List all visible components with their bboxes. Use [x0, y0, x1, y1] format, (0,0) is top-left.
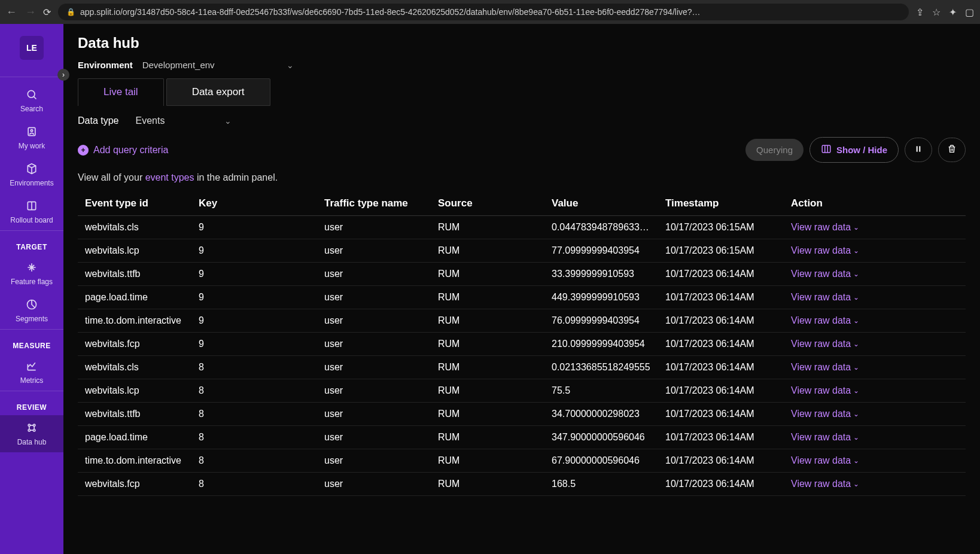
action-label: View raw data — [791, 362, 851, 373]
view-raw-data-link[interactable]: View raw data ⌄ — [791, 362, 958, 373]
table-row: time.to.dom.interactive 8 user RUM 67.90… — [78, 449, 966, 473]
cell-traffic: user — [324, 292, 438, 303]
cell-value: 75.5 — [552, 385, 665, 396]
sidebar-item-label: Feature flags — [11, 278, 53, 286]
cell-key: 9 — [199, 292, 324, 303]
view-raw-data-link[interactable]: View raw data ⌄ — [791, 409, 958, 419]
tab-live-tail[interactable]: Live tail — [78, 78, 164, 106]
pause-button[interactable] — [905, 138, 932, 162]
event-types-link[interactable]: event types — [145, 172, 194, 182]
view-raw-data-link[interactable]: View raw data ⌄ — [791, 269, 958, 279]
pie-icon — [25, 298, 38, 311]
cell-timestamp: 10/17/2023 06:14AM — [665, 432, 791, 443]
star-icon[interactable]: ☆ — [932, 7, 941, 18]
view-raw-data-link[interactable]: View raw data ⌄ — [791, 245, 958, 256]
forward-button[interactable]: → — [25, 6, 36, 19]
environment-label: Environment — [78, 60, 133, 70]
back-button[interactable]: ← — [6, 6, 17, 19]
sidebar-item-flags[interactable]: Feature flags — [0, 255, 63, 292]
view-raw-data-link[interactable]: View raw data ⌄ — [791, 385, 958, 396]
extension-icon[interactable]: ✦ — [949, 7, 957, 18]
sidebar-item-rollout[interactable]: Rollout board — [0, 193, 63, 230]
view-raw-data-link[interactable]: View raw data ⌄ — [791, 222, 958, 233]
cell-value: 449.3999999910593 — [552, 292, 665, 303]
cell-traffic: user — [324, 245, 438, 256]
divider — [0, 329, 63, 330]
sidebar-item-segments[interactable]: Segments — [0, 292, 63, 329]
datatype-select[interactable]: Events ⌄ — [135, 115, 232, 126]
page-title: Data hub — [78, 35, 966, 51]
sidebar-item-environments[interactable]: Environments — [0, 156, 63, 193]
cell-key: 9 — [199, 222, 324, 233]
cell-timestamp: 10/17/2023 06:14AM — [665, 455, 791, 466]
action-label: View raw data — [791, 222, 851, 233]
cell-event-type: webvitals.lcp — [85, 385, 199, 396]
sidebar-item-mywork[interactable]: My work — [0, 119, 63, 156]
cell-key: 8 — [199, 432, 324, 443]
cell-event-type: webvitals.fcp — [85, 479, 199, 489]
svg-point-0 — [28, 90, 35, 98]
environment-select[interactable]: Development_env ⌄ — [142, 60, 294, 70]
action-label: View raw data — [791, 269, 851, 279]
window-icon[interactable]: ▢ — [965, 7, 974, 18]
cell-traffic: user — [324, 339, 438, 349]
sidebar-section-measure: MEASURE — [13, 334, 51, 354]
sidebar-expand-button[interactable]: › — [57, 69, 69, 81]
columns-icon — [821, 144, 832, 156]
datatype-row: Data type Events ⌄ — [78, 115, 966, 126]
cell-source: RUM — [438, 339, 552, 349]
show-hide-button[interactable]: Show / Hide — [809, 137, 899, 163]
chevron-down-icon: ⌄ — [853, 480, 859, 488]
tabs: Live tail Data export — [78, 78, 966, 106]
chevron-down-icon: ⌄ — [853, 410, 859, 418]
add-criteria-button[interactable]: + Add query criteria — [78, 145, 168, 156]
svg-point-9 — [28, 430, 30, 431]
datatype-value: Events — [135, 115, 165, 126]
cell-value: 210.09999999403954 — [552, 339, 665, 349]
cell-timestamp: 10/17/2023 06:15AM — [665, 245, 791, 256]
reload-button[interactable]: ⟳ — [43, 7, 51, 18]
url-bar[interactable]: 🔒 app.split.io/org/31487d50-58c4-11ea-8d… — [58, 4, 909, 20]
sidebar-item-label: Rollout board — [10, 216, 53, 224]
chevron-down-icon: ⌄ — [853, 316, 859, 325]
datatype-label: Data type — [78, 115, 118, 126]
chevron-down-icon: ⌄ — [853, 363, 859, 372]
cell-traffic: user — [324, 409, 438, 419]
action-label: View raw data — [791, 292, 851, 303]
svg-point-7 — [28, 424, 30, 426]
view-raw-data-link[interactable]: View raw data ⌄ — [791, 292, 958, 303]
view-raw-data-link[interactable]: View raw data ⌄ — [791, 432, 958, 443]
view-raw-data-link[interactable]: View raw data ⌄ — [791, 455, 958, 466]
org-badge[interactable]: LE — [20, 36, 44, 60]
chevron-down-icon: ⌄ — [853, 340, 859, 348]
sidebar-item-search[interactable]: Search — [0, 82, 63, 119]
cell-traffic: user — [324, 479, 438, 489]
divider — [0, 391, 63, 391]
lock-icon: 🔒 — [66, 8, 75, 16]
cell-key: 8 — [199, 362, 324, 373]
view-raw-data-link[interactable]: View raw data ⌄ — [791, 479, 958, 489]
cell-traffic: user — [324, 362, 438, 373]
cell-timestamp: 10/17/2023 06:14AM — [665, 315, 791, 326]
cell-timestamp: 10/17/2023 06:14AM — [665, 385, 791, 396]
tab-data-export[interactable]: Data export — [166, 78, 270, 106]
cell-source: RUM — [438, 315, 552, 326]
cell-key: 9 — [199, 245, 324, 256]
sidebar-item-datahub[interactable]: Data hub — [0, 415, 63, 452]
cell-timestamp: 10/17/2023 06:14AM — [665, 292, 791, 303]
table-row: webvitals.fcp 9 user RUM 210.09999999403… — [78, 333, 966, 356]
th-action: Action — [791, 197, 958, 209]
view-raw-data-link[interactable]: View raw data ⌄ — [791, 339, 958, 349]
view-raw-data-link[interactable]: View raw data ⌄ — [791, 315, 958, 326]
events-table: Event type id Key Traffic type name Sour… — [78, 191, 966, 496]
helper-text: View all of your event types in the admi… — [78, 172, 966, 183]
clear-button[interactable] — [938, 138, 966, 162]
user-icon — [25, 125, 38, 138]
sidebar-item-label: Metrics — [20, 376, 44, 385]
trash-icon — [947, 144, 957, 156]
cell-traffic: user — [324, 315, 438, 326]
share-icon[interactable]: ⇪ — [916, 7, 924, 18]
cell-timestamp: 10/17/2023 06:14AM — [665, 479, 791, 489]
sidebar-item-label: My work — [19, 142, 45, 150]
sidebar-item-metrics[interactable]: Metrics — [0, 354, 63, 391]
